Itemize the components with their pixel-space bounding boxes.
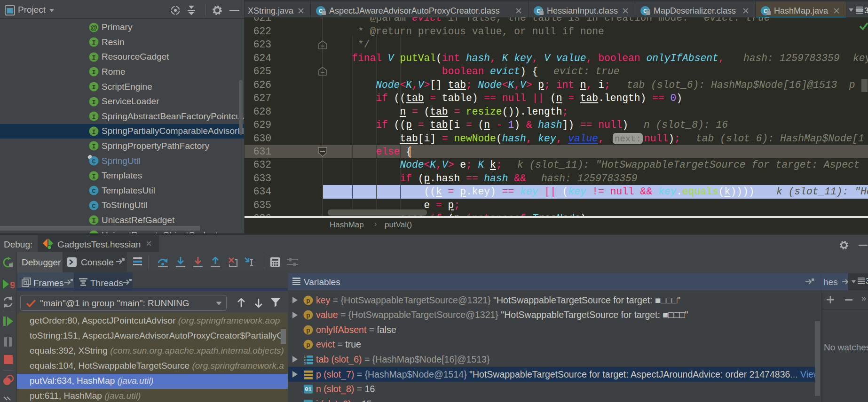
svg-text:p: p bbox=[306, 297, 310, 304]
svg-text:C: C bbox=[92, 202, 95, 209]
svg-text:I: I bbox=[92, 54, 95, 61]
svg-text:I: I bbox=[92, 114, 95, 121]
svg-text:01: 01 bbox=[305, 387, 311, 393]
svg-text:p: p bbox=[306, 312, 310, 319]
svg-text:I: I bbox=[92, 69, 95, 76]
svg-text:@: @ bbox=[90, 23, 97, 31]
svg-text:I: I bbox=[92, 84, 95, 91]
svg-text:I: I bbox=[92, 99, 95, 106]
svg-text:9: 9 bbox=[10, 279, 15, 290]
svg-text:p: p bbox=[306, 326, 310, 334]
svg-text:I: I bbox=[92, 217, 95, 224]
svg-text:I: I bbox=[92, 39, 95, 46]
svg-text:p: p bbox=[306, 341, 310, 349]
svg-text:I: I bbox=[92, 143, 95, 150]
svg-text:I: I bbox=[92, 128, 95, 135]
svg-text:C: C bbox=[92, 188, 95, 195]
svg-text:I: I bbox=[92, 173, 95, 180]
svg-text:3: 3 bbox=[304, 362, 306, 365]
